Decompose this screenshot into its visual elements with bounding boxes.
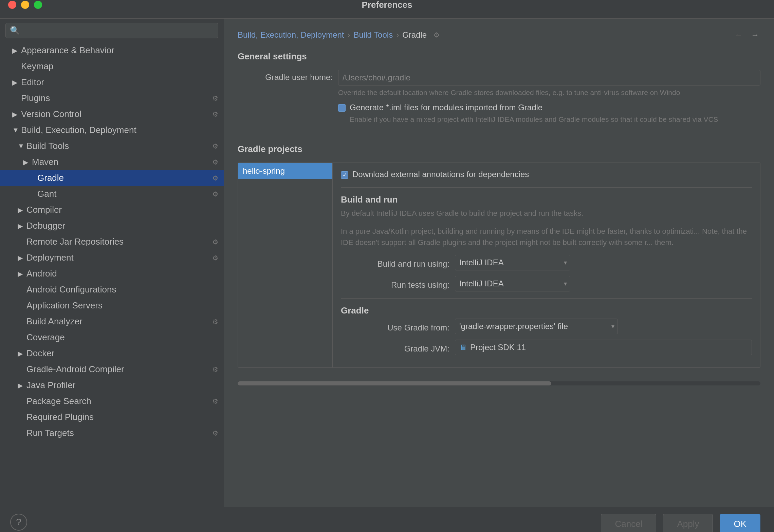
breadcrumb-settings-icon: ⚙ xyxy=(434,31,440,39)
run-tests-select[interactable]: IntelliJ IDEA ▾ xyxy=(455,276,570,291)
sidebar-item-appearance[interactable]: ▶ Appearance & Behavior xyxy=(0,42,224,58)
sidebar-item-label: Keymap xyxy=(21,61,53,72)
build-run-using-select[interactable]: IntelliJ IDEA ▾ xyxy=(455,255,570,270)
search-icon: 🔍 xyxy=(10,26,20,35)
breadcrumb-build-tools[interactable]: Build Tools xyxy=(354,30,393,40)
settings-icon: ⚙ xyxy=(212,158,218,166)
use-gradle-label: Use Gradle from: xyxy=(341,320,449,332)
sidebar-item-label: Version Control xyxy=(21,109,81,119)
sidebar-item-coverage[interactable]: Coverage xyxy=(0,329,224,345)
help-button[interactable]: ? xyxy=(10,514,27,531)
breadcrumb-sep-1: › xyxy=(348,30,350,40)
sidebar-item-label: Gant xyxy=(37,189,56,199)
build-run-desc2: In a pure Java/Kotlin project, building … xyxy=(341,226,752,248)
sidebar-item-keymap[interactable]: Keymap xyxy=(0,58,224,74)
gradle-section-title: Gradle xyxy=(341,305,752,316)
close-button[interactable] xyxy=(8,1,16,9)
sidebar-item-gant[interactable]: Gant ⚙ xyxy=(0,186,224,202)
sidebar-item-label: Build, Execution, Deployment xyxy=(21,125,136,135)
sidebar-item-app-servers[interactable]: Application Servers xyxy=(0,298,224,314)
nav-back-button[interactable]: ← xyxy=(733,29,744,41)
gradle-jvm-text: Project SDK 11 xyxy=(470,343,526,352)
gradle-user-home-control: Override the default location where Grad… xyxy=(338,70,760,97)
run-tests-row: Run tests using: IntelliJ IDEA ▾ xyxy=(341,276,752,291)
generate-iml-row: Generate *.iml files for modules importe… xyxy=(238,103,760,124)
gradle-jvm-value[interactable]: 🖥 Project SDK 11 xyxy=(455,340,752,355)
sidebar-item-version-control[interactable]: ▶ Version Control ⚙ xyxy=(0,106,224,122)
sidebar-item-label: Remote Jar Repositories xyxy=(26,236,124,247)
chevron-right-icon: ▶ xyxy=(23,158,29,166)
sidebar-item-editor[interactable]: ▶ Editor xyxy=(0,74,224,90)
sidebar-item-deployment[interactable]: ▶ Deployment ⚙ xyxy=(0,250,224,266)
title-bar: Preferences xyxy=(0,0,774,18)
generate-iml-checkbox[interactable] xyxy=(338,104,346,112)
minimize-button[interactable] xyxy=(21,1,29,9)
breadcrumb-gradle: Gradle xyxy=(402,30,427,40)
dialog-title: Preferences xyxy=(362,0,412,10)
sidebar-item-label: Build Tools xyxy=(26,141,69,151)
sidebar-item-label: Required Plugins xyxy=(26,412,94,422)
sidebar-item-android[interactable]: ▶ Android xyxy=(0,266,224,282)
sidebar-item-maven[interactable]: ▶ Maven ⚙ xyxy=(0,154,224,170)
run-tests-label: Run tests using: xyxy=(341,278,449,290)
settings-icon: ⚙ xyxy=(212,365,218,374)
download-annotations-label: Download external annotations for depend… xyxy=(352,170,529,179)
sidebar-item-label: Maven xyxy=(32,157,58,167)
sidebar-item-label: Run Targets xyxy=(26,428,74,438)
project-item-hello-spring[interactable]: hello-spring xyxy=(238,163,332,179)
cancel-button[interactable]: Cancel xyxy=(601,514,656,532)
sidebar-item-build-tools[interactable]: ▼ Build Tools ⚙ xyxy=(0,138,224,154)
chevron-down-icon: ▼ xyxy=(12,126,18,134)
download-annotations-checkbox[interactable] xyxy=(341,171,348,179)
preferences-dialog: Preferences 🔍 ▶ Appearance & Behavior Ke… xyxy=(0,0,774,532)
sidebar-item-compiler[interactable]: ▶ Compiler xyxy=(0,202,224,218)
chevron-right-icon: ▶ xyxy=(18,270,24,278)
sidebar-item-required-plugins[interactable]: Required Plugins xyxy=(0,409,224,425)
maximize-button[interactable] xyxy=(34,1,42,9)
sidebar-item-android-configs[interactable]: Android Configurations xyxy=(0,282,224,298)
gradle-user-home-label: Gradle user home: xyxy=(238,70,333,82)
settings-icon: ⚙ xyxy=(212,142,218,150)
sidebar-item-label: Gradle xyxy=(37,173,64,183)
apply-button[interactable]: Apply xyxy=(663,514,713,532)
nav-forward-button[interactable]: → xyxy=(750,29,760,41)
ok-button[interactable]: OK xyxy=(720,514,760,532)
sidebar-item-label: Coverage xyxy=(26,332,65,343)
sidebar-item-run-targets[interactable]: Run Targets ⚙ xyxy=(0,425,224,441)
sidebar-item-build-exec[interactable]: ▼ Build, Execution, Deployment xyxy=(0,122,224,138)
sidebar-item-java-profiler[interactable]: ▶ Java Profiler xyxy=(0,377,224,393)
build-run-desc1: By default IntelliJ IDEA uses Gradle to … xyxy=(341,208,752,219)
chevron-right-icon: ▶ xyxy=(18,206,24,214)
build-run-using-value: IntelliJ IDEA xyxy=(459,258,504,267)
chevron-right-icon: ▶ xyxy=(12,46,18,55)
sidebar-item-gradle[interactable]: Gradle ⚙ xyxy=(0,170,224,186)
dropdown-arrow-icon: ▾ xyxy=(611,323,614,330)
settings-icon: ⚙ xyxy=(212,429,218,437)
sidebar-item-docker[interactable]: ▶ Docker xyxy=(0,345,224,361)
gradle-projects-heading: Gradle projects xyxy=(238,144,760,154)
sidebar-item-label: Android Configurations xyxy=(26,284,116,295)
gradle-jvm-row: Gradle JVM: 🖥 Project SDK 11 xyxy=(341,340,752,355)
sidebar-item-label: Build Analyzer xyxy=(26,316,82,327)
sidebar-item-label: Java Profiler xyxy=(26,380,76,391)
sidebar-item-build-analyzer[interactable]: Build Analyzer ⚙ xyxy=(0,314,224,329)
search-input[interactable] xyxy=(23,26,214,35)
chevron-right-icon: ▶ xyxy=(18,349,24,358)
use-gradle-select[interactable]: 'gradle-wrapper.properties' file ▾ xyxy=(455,319,618,334)
settings-icon: ⚙ xyxy=(212,190,218,198)
scrollbar[interactable] xyxy=(238,381,760,385)
divider-3 xyxy=(341,298,752,299)
gradle-user-home-hint: Override the default location where Grad… xyxy=(338,88,760,97)
sidebar-item-plugins[interactable]: Plugins ⚙ xyxy=(0,90,224,106)
projects-list: hello-spring xyxy=(238,163,333,368)
sidebar-item-gradle-android[interactable]: Gradle-Android Compiler ⚙ xyxy=(0,361,224,377)
gradle-user-home-input[interactable] xyxy=(338,70,760,86)
sidebar-item-package-search[interactable]: Package Search ⚙ xyxy=(0,393,224,409)
sidebar-item-remote-jar[interactable]: Remote Jar Repositories ⚙ xyxy=(0,234,224,250)
search-box[interactable]: 🔍 xyxy=(5,23,218,38)
breadcrumb-build-exec[interactable]: Build, Execution, Deployment xyxy=(238,30,344,40)
main-content: Build, Execution, Deployment › Build Too… xyxy=(224,19,774,507)
chevron-right-icon: ▶ xyxy=(18,381,24,390)
sidebar-item-label: Compiler xyxy=(26,205,62,215)
sidebar-item-debugger[interactable]: ▶ Debugger xyxy=(0,218,224,234)
